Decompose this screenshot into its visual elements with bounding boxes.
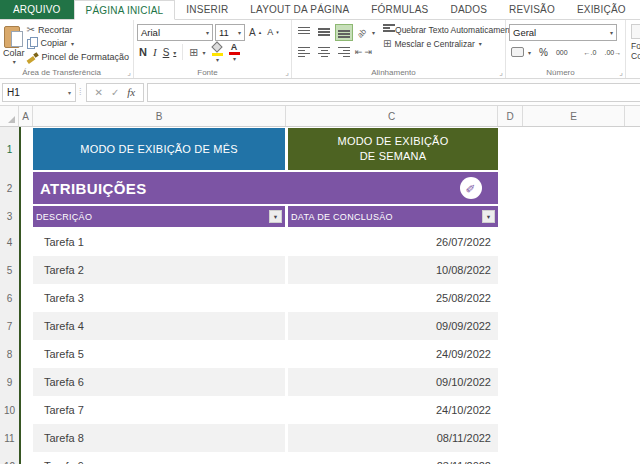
filter-dropdown-icon[interactable] [269, 210, 282, 223]
enter-icon[interactable]: ✓ [111, 87, 119, 98]
font-size-select[interactable]: 11 ▾ [215, 24, 245, 41]
filter-dropdown-icon[interactable] [482, 210, 495, 223]
edit-pencil-button[interactable]: ✎ [460, 177, 482, 199]
font-dialog-launcher-icon[interactable]: ⌟ [285, 69, 289, 77]
insert-function-button[interactable]: fx [127, 86, 135, 98]
task-name-cell[interactable]: Tarefa 2 [33, 256, 285, 284]
table-header-descricao[interactable]: DESCRIÇÃO [33, 206, 285, 227]
table-row[interactable]: Tarefa 7 24/10/2022 [33, 396, 498, 424]
align-middle-button[interactable] [315, 24, 333, 41]
task-name-cell[interactable]: Tarefa 9 [33, 452, 285, 464]
borders-button[interactable]: ⊞ [187, 46, 207, 59]
increase-decimal-button[interactable]: ←.0 [582, 49, 599, 56]
row-header-7[interactable]: 7 [0, 312, 19, 340]
row-header-5[interactable]: 5 [0, 256, 19, 284]
clipboard-dialog-launcher-icon[interactable]: ⌟ [127, 69, 131, 77]
task-due-cell[interactable]: 26/07/2022 [288, 228, 498, 256]
row-header-8[interactable]: 8 [0, 340, 19, 368]
task-due-cell[interactable]: 24/09/2022 [288, 340, 498, 368]
decrease-indent-button[interactable]: ⇤ [355, 47, 363, 57]
tab-dados[interactable]: DADOS [439, 0, 498, 19]
assignments-title-bar[interactable]: ATRIBUIÇÕES ✎ [33, 172, 498, 204]
paste-button[interactable]: Colar [3, 23, 25, 65]
task-name-cell[interactable]: Tarefa 3 [33, 284, 285, 312]
conditional-formatting-button[interactable]: For Con [629, 41, 638, 61]
name-box[interactable]: H1 ▾ [2, 83, 76, 102]
table-row[interactable]: Tarefa 6 09/10/2022 [33, 368, 498, 396]
italic-button[interactable]: I [151, 46, 159, 58]
shrink-font-button[interactable]: A▾ [265, 27, 281, 37]
merge-center-button[interactable]: ⊞ Mesclar e Centralizar [381, 38, 519, 49]
number-format-select[interactable]: Geral ▾ [509, 24, 617, 41]
table-row[interactable]: Tarefa 3 25/08/2022 [33, 284, 498, 312]
row-header-4[interactable]: 4 [0, 228, 19, 256]
fill-color-button[interactable] [210, 42, 225, 63]
row-header-2[interactable]: 2 [0, 171, 19, 205]
alignment-dialog-launcher-icon[interactable]: ⌟ [499, 69, 503, 77]
format-painter-button[interactable]: Pincel de Formatação [25, 51, 132, 63]
row-header-1[interactable]: 1 [0, 127, 19, 171]
table-header-data-conclusao[interactable]: DATA DE CONCLUSÃO [288, 206, 498, 227]
row-header-12[interactable]: 12 [0, 452, 19, 464]
copy-button[interactable]: Copiar [25, 37, 132, 49]
cut-button[interactable]: ✂ Recortar [25, 25, 132, 35]
align-left-button[interactable] [295, 44, 313, 61]
column-header-f-partial[interactable] [625, 106, 640, 126]
task-due-cell[interactable]: 10/08/2022 [288, 256, 498, 284]
tab-exibicao[interactable]: EXIBIÇÃO [566, 0, 637, 19]
tab-layout-da-pagina[interactable]: LAYOUT DA PÁGINA [239, 0, 360, 19]
task-due-cell[interactable]: 09/10/2022 [288, 368, 498, 396]
accounting-format-button[interactable] [509, 47, 533, 57]
decrease-decimal-button[interactable]: .00→ [602, 49, 623, 56]
table-row[interactable]: Tarefa 1 26/07/2022 [33, 228, 498, 256]
number-dialog-launcher-icon[interactable]: ⌟ [619, 69, 623, 77]
row-header-11[interactable]: 11 [0, 424, 19, 452]
row-header-6[interactable]: 6 [0, 284, 19, 312]
select-all-button[interactable] [0, 106, 19, 126]
table-row[interactable]: Tarefa 9 23/11/2022 [33, 452, 498, 464]
column-header-a[interactable]: A [19, 106, 33, 126]
column-header-b[interactable]: B [33, 106, 286, 126]
table-row[interactable]: Tarefa 5 24/09/2022 [33, 340, 498, 368]
grow-font-button[interactable]: A▴ [247, 27, 263, 38]
orientation-button[interactable]: ab [355, 28, 377, 37]
task-name-cell[interactable]: Tarefa 1 [33, 228, 285, 256]
align-right-button[interactable] [335, 44, 353, 61]
task-due-cell[interactable]: 24/10/2022 [288, 396, 498, 424]
align-center-button[interactable] [315, 44, 333, 61]
column-header-c[interactable]: C [286, 106, 498, 126]
task-name-cell[interactable]: Tarefa 4 [33, 312, 285, 340]
font-name-select[interactable]: Arial ▾ [137, 24, 213, 41]
align-bottom-button[interactable] [335, 24, 353, 41]
column-header-e[interactable]: E [523, 106, 625, 126]
wrap-text-button[interactable]: Quebrar Texto Automaticamente [381, 24, 519, 35]
task-name-cell[interactable]: Tarefa 7 [33, 396, 285, 424]
formula-input[interactable] [147, 83, 640, 102]
comma-style-button[interactable]: 000 [554, 49, 570, 56]
percent-style-button[interactable]: % [537, 47, 550, 58]
tab-arquivo[interactable]: ARQUIVO [0, 0, 74, 19]
font-color-button[interactable]: A [227, 43, 242, 62]
table-row[interactable]: Tarefa 4 09/09/2022 [33, 312, 498, 340]
cell-week-view[interactable]: MODO DE EXIBIÇÃO DE SEMANA [288, 128, 498, 170]
cancel-icon[interactable]: ✕ [95, 87, 103, 98]
task-due-cell[interactable]: 23/11/2022 [288, 452, 498, 464]
row-header-9[interactable]: 9 [0, 368, 19, 396]
underline-button[interactable]: S [161, 47, 179, 58]
row-header-3[interactable]: 3 [0, 205, 19, 228]
table-row[interactable]: Tarefa 8 08/11/2022 [33, 424, 498, 452]
task-due-cell[interactable]: 09/09/2022 [288, 312, 498, 340]
task-name-cell[interactable]: Tarefa 5 [33, 340, 285, 368]
row-header-10[interactable]: 10 [0, 396, 19, 424]
task-name-cell[interactable]: Tarefa 8 [33, 424, 285, 452]
task-due-cell[interactable]: 08/11/2022 [288, 424, 498, 452]
column-header-d[interactable]: D [498, 106, 523, 126]
table-row[interactable]: Tarefa 2 10/08/2022 [33, 256, 498, 284]
tab-inserir[interactable]: INSERIR [175, 0, 239, 19]
align-top-button[interactable] [295, 24, 313, 41]
tab-formulas[interactable]: FÓRMULAS [360, 0, 439, 19]
tab-pagina-inicial[interactable]: PÁGINA INICIAL [74, 0, 176, 20]
bold-button[interactable]: N [137, 46, 149, 58]
task-due-cell[interactable]: 25/08/2022 [288, 284, 498, 312]
increase-indent-button[interactable]: ⇥ [365, 47, 373, 57]
